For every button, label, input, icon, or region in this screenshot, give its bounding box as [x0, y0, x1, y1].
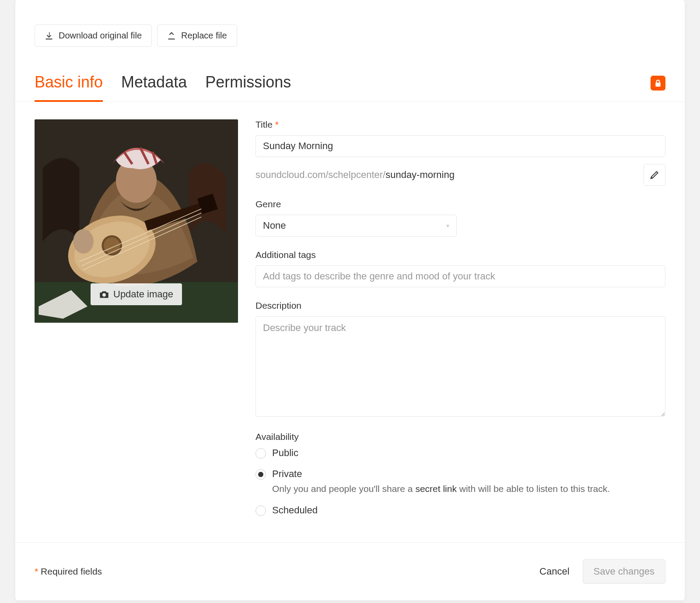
update-image-button[interactable]: Update image	[91, 283, 182, 305]
availability-scheduled-radio[interactable]	[256, 505, 266, 516]
track-artwork: Update image	[35, 119, 238, 323]
availability-private-description: Only you and people you'll share a secre…	[272, 482, 665, 495]
privacy-badge	[651, 76, 665, 91]
download-original-button[interactable]: Download original file	[35, 24, 152, 47]
lock-icon	[654, 79, 662, 87]
availability-private-radio[interactable]	[256, 469, 266, 480]
cancel-button[interactable]: Cancel	[535, 560, 574, 583]
tags-label: Additional tags	[256, 250, 665, 260]
tab-metadata[interactable]: Metadata	[121, 73, 187, 101]
download-icon	[45, 31, 53, 40]
title-input[interactable]	[256, 135, 665, 157]
permalink-text: soundcloud.com/schelpcenter/sunday-morni…	[256, 169, 644, 181]
genre-label: Genre	[256, 199, 665, 209]
pencil-icon	[650, 170, 659, 180]
update-image-label: Update image	[113, 289, 173, 300]
chevron-down-icon: ▾	[446, 222, 449, 229]
upload-icon	[167, 31, 176, 40]
tags-input[interactable]	[256, 265, 665, 287]
genre-value: None	[263, 220, 286, 231]
save-changes-button[interactable]: Save changes	[583, 559, 665, 584]
description-label: Description	[256, 300, 665, 311]
availability-label: Availability	[256, 432, 665, 442]
tab-permissions[interactable]: Permissions	[205, 73, 291, 101]
availability-scheduled-label: Scheduled	[272, 505, 665, 516]
edit-permalink-button[interactable]	[644, 164, 665, 186]
camera-icon	[99, 289, 109, 299]
description-textarea[interactable]	[256, 316, 665, 417]
download-original-label: Download original file	[59, 31, 142, 41]
secret-link-text[interactable]: secret link	[415, 484, 457, 494]
svg-point-14	[73, 229, 94, 254]
replace-file-label: Replace file	[181, 31, 227, 41]
tab-basic-info[interactable]: Basic info	[35, 73, 103, 102]
title-label: Title *	[256, 119, 665, 130]
availability-public-radio[interactable]	[256, 448, 266, 459]
genre-select[interactable]: None ▾	[256, 215, 457, 237]
replace-file-button[interactable]: Replace file	[157, 24, 237, 47]
availability-private-label: Private	[272, 468, 665, 480]
availability-public-label: Public	[272, 447, 665, 459]
required-note: * Required fields	[35, 566, 535, 577]
